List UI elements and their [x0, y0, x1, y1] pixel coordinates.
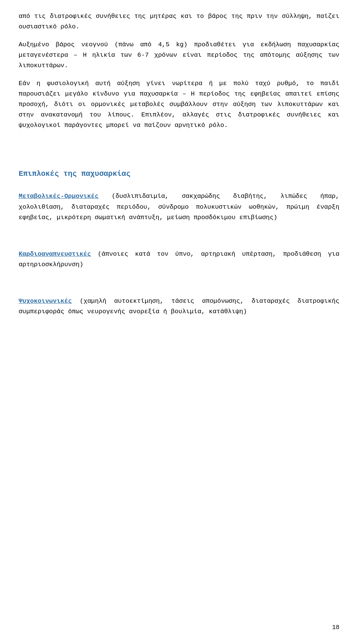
page-number: 18	[332, 623, 339, 633]
subsection-label-psycho: Ψυχοκοινωνικές	[19, 298, 72, 305]
paragraph-2: Αυξημένο βάρος νεογνού (πάνω από 4,5 kg)…	[19, 40, 339, 71]
subsection-metabolic: Μεταβολικές-Ορμονικές (δυσλιπιδαιμία, σα…	[19, 191, 339, 223]
subsection-label-cardio: Καρδιοαναπνευστικές	[19, 251, 91, 258]
spacer-1	[19, 138, 339, 153]
subsection-psycho: Ψυχοκοινωνικές (χαμηλή αυτοεκτίμηση, τάσ…	[19, 296, 339, 317]
subsection-label-metabolic: Μεταβολικές-Ορμονικές	[19, 193, 98, 200]
subsection-cardio: Καρδιοαναπνευστικές (άπνοιες κατά τον ύπ…	[19, 249, 339, 270]
page-content: από τις διατροφικές συνήθειες της μητέρα…	[19, 11, 339, 317]
paragraph-3: Εάν η φυσιολογική αυτή αύξηση γίνει νωρί…	[19, 78, 339, 131]
paragraph-1: από τις διατροφικές συνήθειες της μητέρα…	[19, 11, 339, 32]
section-heading-complications: Επιπλοκές της παχυσαρκίας	[19, 168, 339, 180]
spacer-2	[19, 234, 339, 249]
spacer-3	[19, 281, 339, 296]
